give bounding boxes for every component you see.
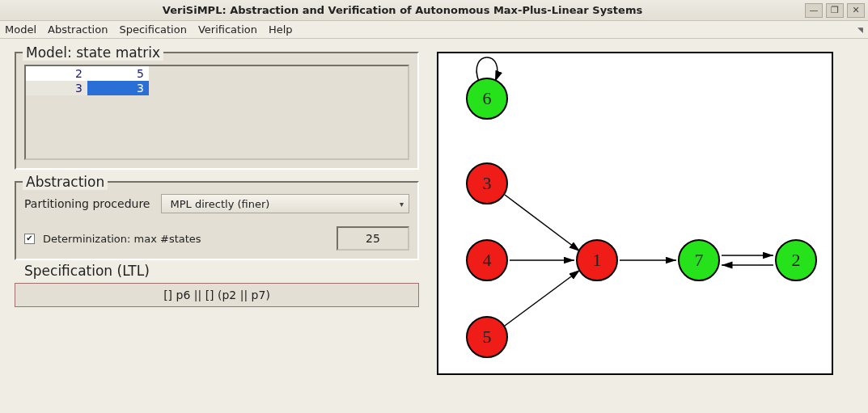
close-icon: ✕	[852, 5, 859, 15]
node-label: 3	[483, 173, 492, 194]
matrix-cell[interactable]: 3	[26, 81, 87, 95]
graph-node-4[interactable]: 4	[466, 239, 508, 281]
max-states-field[interactable]: 25	[337, 226, 409, 251]
partition-value: MPL directly (finer)	[170, 198, 269, 210]
node-label: 1	[593, 250, 602, 271]
partition-label: Partitioning procedure	[24, 197, 150, 210]
edge-5-1	[505, 270, 580, 326]
title-bar: VeriSiMPL: Abstraction and Verification …	[0, 0, 868, 21]
table-row: 2 5	[26, 66, 149, 81]
node-label: 2	[792, 250, 801, 271]
abstraction-legend: Abstraction	[23, 174, 108, 190]
graph-panel[interactable]: 6 3 4 5 1 7 2	[437, 52, 833, 375]
node-label: 7	[695, 250, 704, 271]
max-states-value: 25	[366, 232, 380, 245]
chevron-down-icon: ▾	[400, 200, 404, 209]
left-column: Model: state matrix 2 5 3 3 Abstraction	[15, 52, 419, 307]
partition-row: Partitioning procedure MPL directly (fin…	[24, 194, 409, 213]
abstraction-group: Abstraction Partitioning procedure MPL d…	[15, 181, 419, 260]
content-area: Model: state matrix 2 5 3 3 Abstraction	[0, 39, 868, 385]
matrix-cell[interactable]: 2	[26, 66, 87, 81]
menu-bar: Model Abstraction Specification Verifica…	[0, 21, 868, 39]
window-title: VeriSiMPL: Abstraction and Verification …	[0, 4, 805, 16]
menu-overflow-icon[interactable]: ◥	[857, 26, 863, 34]
minimize-icon: —	[810, 5, 819, 15]
window-controls: — ❐ ✕	[805, 3, 865, 18]
specification-legend: Specification (LTL)	[21, 263, 153, 279]
matrix-table[interactable]: 2 5 3 3	[26, 66, 149, 95]
menu-abstraction[interactable]: Abstraction	[48, 23, 108, 36]
determinization-label: Determinization: max #states	[43, 233, 201, 245]
determinization-row: ✔ Determinization: max #states 25	[24, 226, 409, 251]
determinization-checkbox[interactable]: ✔	[24, 234, 35, 244]
graph-node-6[interactable]: 6	[466, 78, 508, 120]
maximize-button[interactable]: ❐	[826, 3, 844, 18]
node-label: 5	[483, 327, 492, 348]
ltl-formula-input[interactable]	[15, 283, 419, 307]
model-group: Model: state matrix 2 5 3 3	[15, 52, 419, 170]
menu-help[interactable]: Help	[269, 23, 293, 36]
graph-node-7[interactable]: 7	[678, 239, 720, 281]
minimize-button[interactable]: —	[805, 3, 823, 18]
matrix-cell[interactable]: 5	[87, 66, 149, 81]
menu-verification[interactable]: Verification	[198, 23, 257, 36]
node-label: 6	[483, 88, 492, 109]
graph-node-3[interactable]: 3	[466, 162, 508, 204]
partition-dropdown[interactable]: MPL directly (finer) ▾	[161, 194, 409, 213]
graph-node-5[interactable]: 5	[466, 316, 508, 358]
maximize-icon: ❐	[831, 5, 839, 15]
table-row: 3 3	[26, 81, 149, 95]
graph-node-2[interactable]: 2	[775, 239, 817, 281]
specification-group: Specification (LTL)	[15, 272, 419, 307]
menu-specification[interactable]: Specification	[119, 23, 186, 36]
close-button[interactable]: ✕	[847, 3, 865, 18]
edge-3-1	[505, 195, 580, 251]
menu-model[interactable]: Model	[5, 23, 36, 36]
node-label: 4	[483, 250, 492, 271]
matrix-cell-selected[interactable]: 3	[87, 81, 149, 95]
model-legend: Model: state matrix	[23, 44, 163, 61]
graph-node-1[interactable]: 1	[576, 239, 618, 281]
state-matrix[interactable]: 2 5 3 3	[24, 65, 409, 160]
